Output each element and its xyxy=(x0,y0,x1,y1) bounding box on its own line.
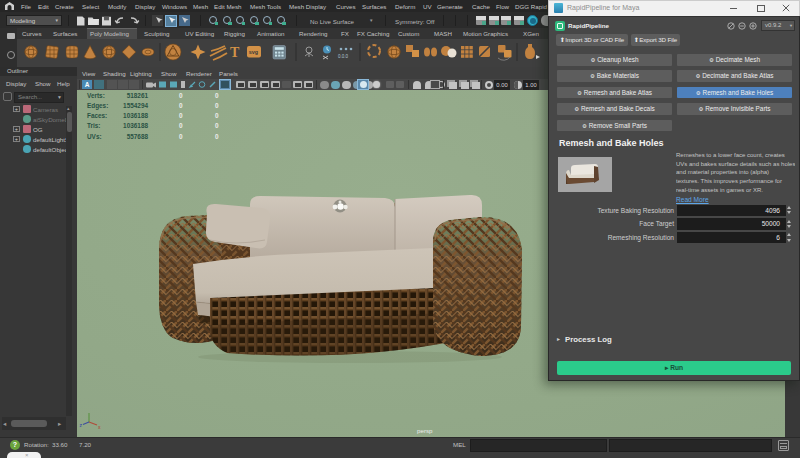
svg-text:T: T xyxy=(230,45,240,60)
svg-text:z: z xyxy=(80,422,83,428)
svg-text:svg: svg xyxy=(249,49,258,55)
svg-text:0.0.0: 0.0.0 xyxy=(338,54,349,59)
svg-text:x: x xyxy=(98,424,101,430)
